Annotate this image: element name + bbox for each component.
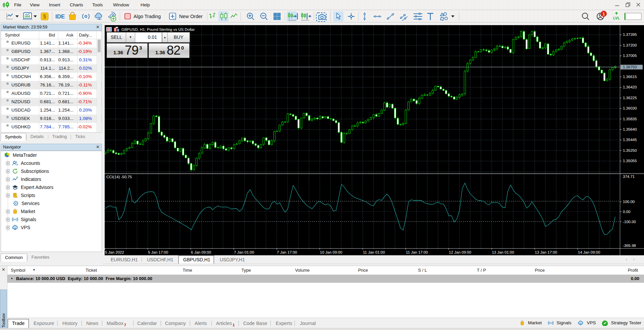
svg-text:1.35835: 1.35835 xyxy=(623,117,637,121)
svg-text:1: 1 xyxy=(603,12,605,16)
svg-text:1.35445: 1.35445 xyxy=(623,138,637,142)
svg-text:1.36030: 1.36030 xyxy=(623,106,637,110)
svg-text:13 Jan 01:00: 13 Jan 01:00 xyxy=(492,250,514,254)
svg-text:-365.98: -365.98 xyxy=(623,244,636,248)
svg-text:12 Jan 09:00: 12 Jan 09:00 xyxy=(449,250,471,254)
svg-text:1.37005: 1.37005 xyxy=(623,54,637,58)
svg-text:LVL: LVL xyxy=(613,16,620,20)
svg-text:1.35250: 1.35250 xyxy=(623,148,637,152)
svg-text:1.35055: 1.35055 xyxy=(623,159,637,163)
svg-text:5 Jan 2022: 5 Jan 2022 xyxy=(105,250,124,254)
svg-text:100.00: 100.00 xyxy=(623,200,635,204)
svg-text:1.35640: 1.35640 xyxy=(623,127,637,131)
svg-text:$: $ xyxy=(43,14,46,19)
svg-text:IDE: IDE xyxy=(55,13,65,20)
svg-text:New Order: New Order xyxy=(179,14,203,19)
svg-text:1.36615: 1.36615 xyxy=(623,75,637,79)
svg-text:6 Jan 09:00: 6 Jan 09:00 xyxy=(191,250,211,254)
svg-text:14 Jan 09:00: 14 Jan 09:00 xyxy=(578,250,600,254)
svg-text:1.37395: 1.37395 xyxy=(623,32,637,37)
svg-text:1.36420: 1.36420 xyxy=(623,85,637,89)
svg-text:7 Jan 17:00: 7 Jan 17:00 xyxy=(277,250,297,254)
svg-text:-100.00: -100.00 xyxy=(623,220,636,224)
svg-text:374.71: 374.71 xyxy=(623,175,635,179)
svg-text:1.36225: 1.36225 xyxy=(623,96,637,100)
svg-text:CCI(14) -50.75: CCI(14) -50.75 xyxy=(106,175,132,179)
svg-text:GBPUSD, H1; Pound Sterling vs: GBPUSD, H1; Pound Sterling vs US Dollar xyxy=(121,27,195,31)
svg-text:11 Jan 17:00: 11 Jan 17:00 xyxy=(406,250,428,254)
svg-text:0.00: 0.00 xyxy=(623,210,630,214)
svg-text:1.36793: 1.36793 xyxy=(623,65,637,69)
svg-text:7 Jan 01:00: 7 Jan 01:00 xyxy=(234,250,254,254)
svg-text:11 Jan 01:00: 11 Jan 01:00 xyxy=(363,250,385,254)
svg-text:Algo Trading: Algo Trading xyxy=(133,14,161,19)
svg-text:5 Jan 17:00: 5 Jan 17:00 xyxy=(148,250,168,254)
svg-text:13 Jan 17:00: 13 Jan 17:00 xyxy=(535,250,557,254)
svg-text:10 Jan 09:00: 10 Jan 09:00 xyxy=(320,250,342,254)
svg-text:1.37200: 1.37200 xyxy=(623,43,637,47)
